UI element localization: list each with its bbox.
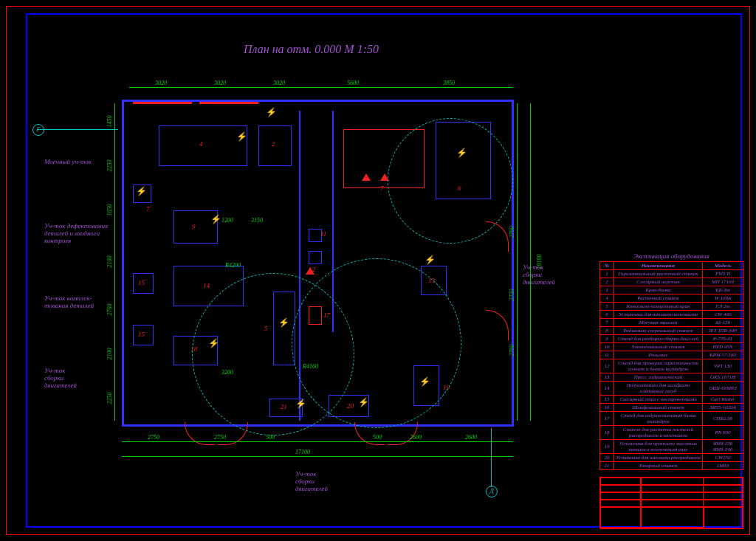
dr2: 2730 xyxy=(509,289,515,301)
zone-2: Уч-ток дефектованиядеталей и входногокон… xyxy=(44,223,108,245)
triangle-icon xyxy=(362,173,371,181)
wall-w xyxy=(122,100,124,427)
dim-bottom-2 xyxy=(122,456,513,457)
table-row: 20Установка для наплавки распредваловCW2… xyxy=(600,454,743,462)
bolt-icon-4: ⚡ xyxy=(136,186,147,197)
table-row: 12Стенд для проверки герметичности голов… xyxy=(600,359,743,373)
dl1: 1450 xyxy=(106,116,113,128)
dm12: 3150 xyxy=(251,217,263,224)
dim-right-2 xyxy=(517,103,518,421)
db0: 2750 xyxy=(148,434,159,441)
table-row: 10Хонинговальный станокBVD 45N xyxy=(600,343,743,351)
table-row: 15Слесарный стол с инструментамиCarl Wal… xyxy=(600,396,743,404)
dim-t3: 5600 xyxy=(347,80,359,86)
dr1: 2790 xyxy=(509,227,515,238)
table-row: 8Радиально-сверлильный станокJET JDR-34F xyxy=(600,327,743,335)
th-num: № xyxy=(600,262,614,270)
table-row: 13Пресс гидравлическийOKS 1671H xyxy=(600,373,743,382)
crane-circle-2 xyxy=(292,258,461,428)
eq-4 xyxy=(159,125,247,166)
db-total: 17100 xyxy=(295,449,310,455)
zone-6: Уч-токсборкидвигателей xyxy=(295,471,328,493)
dim-left xyxy=(114,103,115,421)
axis-line-g xyxy=(37,129,118,130)
bolt-icon-7: ⚡ xyxy=(425,255,436,266)
table-row: 5Консольно-поворотный кранГЛ 2m xyxy=(600,303,743,311)
table-row: 17Стенд для гидроиспытания блока цилиндр… xyxy=(600,412,743,426)
bolt-icon-5: ⚡ xyxy=(210,214,221,225)
dl7: 2250 xyxy=(106,393,113,404)
dim-t0: 3020 xyxy=(155,80,167,86)
db2: 500 xyxy=(266,434,275,441)
table-row: 18Станок для расточки постелей распредва… xyxy=(600,426,743,440)
bolt-icon: ⚡ xyxy=(236,131,247,142)
dm11: 1200 xyxy=(221,217,233,224)
db1: 2750 xyxy=(214,434,226,441)
zone-4: Уч-токсборкидвигателей xyxy=(44,368,77,390)
zone-3: Уч-ток комплек-тования деталей xyxy=(44,295,94,310)
dr3: 2780 xyxy=(509,345,515,356)
wall-accent-2 xyxy=(199,102,258,104)
eq-15-num: 15 xyxy=(138,279,145,286)
triangle-icon-3 xyxy=(306,267,315,275)
dl4: 2100 xyxy=(106,256,113,268)
table-row: 21Токарный станок1М63 xyxy=(600,462,743,470)
axis-d: Д xyxy=(486,486,498,497)
table-row: 9Стенд для разборки-сборки двиг-лейP-776… xyxy=(600,335,743,343)
bolt-icon-2: ⚡ xyxy=(266,107,277,118)
eq-12 xyxy=(309,251,322,264)
dl6: 2100 xyxy=(106,348,113,360)
axis-line-d xyxy=(491,428,492,487)
equipment-table: Экспликация оборудования № Наименование … xyxy=(599,252,743,470)
table: № Наименование Модель 1Горизонтальный ра… xyxy=(599,261,743,470)
table-row: 1Горизонтальный расточной станокFW5 II xyxy=(600,270,743,278)
db4: 500 xyxy=(373,434,382,441)
table-row: 2Слесарный верстакМП 17100 xyxy=(600,278,743,286)
wall-accent-1 xyxy=(133,102,192,104)
wall-s xyxy=(122,424,513,427)
table-row: 3Кран-балкаКБ-3m xyxy=(600,286,743,294)
dim-t1: 3020 xyxy=(214,80,226,86)
dl2: 2250 xyxy=(106,160,113,172)
drawing-title: План на отм. 0.000 М 1:50 xyxy=(244,43,379,56)
zone-1: Моечный уч-ток xyxy=(44,159,92,166)
eq-4-num: 4 xyxy=(199,140,203,148)
dim-top xyxy=(129,87,513,88)
title-block xyxy=(599,477,743,528)
eq-7b-num: 7 xyxy=(146,205,150,213)
th-model: Модель xyxy=(703,262,743,270)
eq-7-num: 7 xyxy=(380,185,384,192)
eq-2-num: 2 xyxy=(272,140,275,148)
th-name: Наименование xyxy=(614,262,703,270)
table-row: 19Установка для промывки масляных канало… xyxy=(600,440,743,454)
eq-14-num: 14 xyxy=(203,282,210,289)
axis-g: Г xyxy=(32,124,44,136)
dr-total: 18180 xyxy=(536,255,543,269)
dim-right xyxy=(530,103,531,421)
wall-e xyxy=(512,100,514,427)
table-row: 14Полуавтомат для шлифовки клапанных гне… xyxy=(600,382,743,396)
table-row: 6Установка для наплавки коленваловCW 400 xyxy=(600,311,743,319)
db5: 2600 xyxy=(410,434,422,441)
dm25: 3200 xyxy=(221,369,233,376)
dm23: R4200 xyxy=(225,262,241,269)
dl3: 1650 xyxy=(106,204,113,216)
table-caption: Экспликация оборудования xyxy=(599,252,743,260)
eq-15b-num: 15 xyxy=(138,331,145,338)
dim-t4: 3850 xyxy=(443,80,455,86)
dl5: 2700 xyxy=(106,304,113,316)
db6: 2600 xyxy=(465,434,477,441)
dim-t2: 3020 xyxy=(273,80,285,86)
table-row: 7Моечная машинаAS-150 xyxy=(600,319,743,327)
eq-11-num: 11 xyxy=(320,230,326,238)
table-row: 16Шлифовальный станок3R55-1020A xyxy=(600,404,743,412)
table-row: 11РольгангКРМ 57.500 xyxy=(600,351,743,359)
table-row: 4Расточной станокW 100A xyxy=(600,294,743,303)
dim-bottom-1 xyxy=(122,441,513,442)
eq-9-num: 9 xyxy=(192,223,196,230)
dm24: R4160 xyxy=(303,363,318,370)
